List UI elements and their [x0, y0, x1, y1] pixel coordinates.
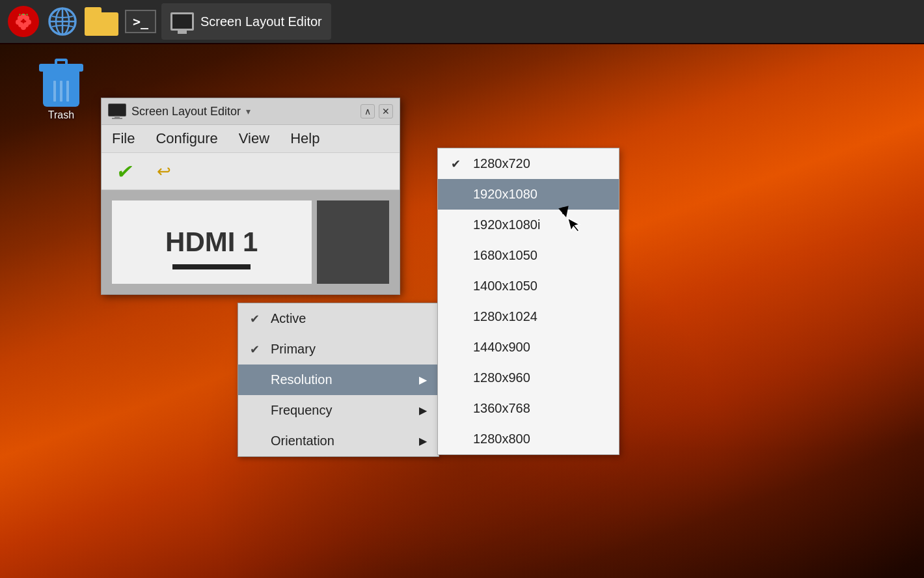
res-1440x900-label: 1440x900 [473, 340, 530, 355]
desktop: >_ Screen Layout Editor Trash [0, 0, 924, 578]
terminal-button[interactable]: >_ [122, 3, 159, 40]
window-close-btn[interactable]: ✕ [379, 104, 393, 118]
ctx-frequency[interactable]: Frequency ▶ [238, 395, 439, 426]
svg-point-8 [21, 25, 26, 30]
sle-taskbar-title: Screen Layout Editor [200, 14, 322, 29]
res-1400x1050-label: 1400x1050 [473, 279, 537, 294]
trash-line-2 [60, 81, 62, 102]
ctx-resolution-label: Resolution [271, 372, 333, 387]
undo-button[interactable]: ↩ [150, 158, 178, 184]
rpi-menu-button[interactable] [5, 3, 42, 40]
res-1280x720-check: ✔ [451, 157, 467, 171]
ctx-resolution[interactable]: Resolution ▶ [238, 365, 439, 395]
hdmi-label: HDMI 1 [165, 227, 258, 258]
res-1280x1024-label: 1280x1024 [473, 309, 537, 324]
window-title-left: Screen Layout Editor ▾ [108, 103, 251, 119]
res-1920x1080[interactable]: 1920x1080 [438, 179, 619, 210]
svg-rect-16 [112, 118, 122, 119]
res-1280x800[interactable]: 1280x800 [438, 424, 619, 454]
trash-line-3 [66, 81, 69, 102]
window-controls: ∧ ✕ [360, 104, 393, 118]
menu-view[interactable]: View [235, 128, 273, 150]
trash-icon-desktop[interactable]: Trash [39, 59, 83, 121]
res-1280x1024[interactable]: 1280x1024 [438, 301, 619, 332]
svg-rect-14 [109, 104, 126, 116]
monitor-icon [170, 12, 194, 31]
ctx-primary-check: ✔ [250, 342, 263, 357]
context-menu: ✔ Active ✔ Primary Resolution ▶ Frequenc… [238, 303, 439, 457]
ctx-primary-label: Primary [271, 342, 316, 357]
res-1280x720[interactable]: ✔ 1280x720 [438, 148, 619, 179]
trash-visual [39, 59, 83, 107]
apply-icon: ✔ [115, 160, 135, 183]
ctx-orientation-label: Orientation [271, 434, 334, 448]
res-1920x1080i-label: 1920x1080i [473, 217, 540, 232]
raspberry-svg [12, 10, 35, 33]
res-1920x1080-label: 1920x1080 [473, 187, 537, 202]
res-1400x1050[interactable]: 1400x1050 [438, 271, 619, 301]
menu-configure[interactable]: Configure [152, 128, 221, 150]
res-1360x768-label: 1360x768 [473, 401, 530, 416]
res-1280x960-label: 1280x960 [473, 370, 530, 385]
folder-icon [85, 7, 118, 36]
sle-window: Screen Layout Editor ▾ ∧ ✕ File Configur… [101, 98, 400, 295]
sle-taskbar-button[interactable]: Screen Layout Editor [161, 3, 331, 40]
ctx-frequency-arrow: ▶ [419, 404, 427, 417]
res-1680x1050-label: 1680x1050 [473, 248, 537, 263]
res-1280x960[interactable]: 1280x960 [438, 363, 619, 393]
res-1440x900[interactable]: 1440x900 [438, 332, 619, 363]
folder-body [85, 12, 118, 36]
window-minimize-btn[interactable]: ∧ [360, 104, 375, 118]
res-1280x720-label: 1280x720 [473, 156, 530, 171]
window-title-arrow: ▾ [246, 106, 251, 117]
taskbar: >_ Screen Layout Editor [0, 0, 924, 44]
trash-line-1 [53, 81, 56, 102]
res-1280x800-label: 1280x800 [473, 432, 530, 447]
apply-button[interactable]: ✔ [111, 158, 139, 184]
rpi-icon [8, 6, 39, 37]
ctx-orientation[interactable]: Orientation ▶ [238, 426, 439, 456]
ctx-frequency-label: Frequency [271, 403, 333, 418]
ctx-active-label: Active [271, 311, 306, 326]
undo-icon: ↩ [157, 161, 171, 182]
resolution-submenu: ✔ 1280x720 1920x1080 1920x1080i 1680x105… [437, 148, 619, 455]
ctx-active-check: ✔ [250, 312, 263, 326]
file-manager-button[interactable] [83, 3, 120, 40]
menu-file[interactable]: File [108, 128, 139, 150]
globe-icon [47, 6, 78, 37]
res-1920x1080i[interactable]: 1920x1080i [438, 210, 619, 240]
toolbar: ✔ ↩ [102, 153, 400, 190]
display-secondary[interactable] [317, 200, 389, 284]
display-hdmi1[interactable]: HDMI 1 [112, 200, 312, 284]
menu-bar: File Configure View Help [102, 125, 400, 153]
res-1360x768[interactable]: 1360x768 [438, 393, 619, 424]
ctx-active[interactable]: ✔ Active [238, 303, 439, 334]
ctx-primary[interactable]: ✔ Primary [238, 334, 439, 365]
hdmi-bar [172, 264, 251, 269]
ctx-resolution-arrow: ▶ [419, 374, 427, 386]
ctx-orientation-arrow: ▶ [419, 435, 427, 447]
window-monitor-icon [108, 103, 126, 119]
window-title-text: Screen Layout Editor [131, 105, 241, 118]
window-titlebar: Screen Layout Editor ▾ ∧ ✕ [102, 98, 400, 125]
terminal-icon: >_ [125, 10, 156, 33]
trash-lines [53, 81, 69, 102]
web-browser-button[interactable] [44, 3, 81, 40]
res-1680x1050[interactable]: 1680x1050 [438, 240, 619, 271]
display-canvas: HDMI 1 [102, 190, 400, 294]
trash-body [43, 70, 79, 107]
trash-label: Trash [48, 109, 74, 121]
menu-help[interactable]: Help [286, 128, 323, 150]
